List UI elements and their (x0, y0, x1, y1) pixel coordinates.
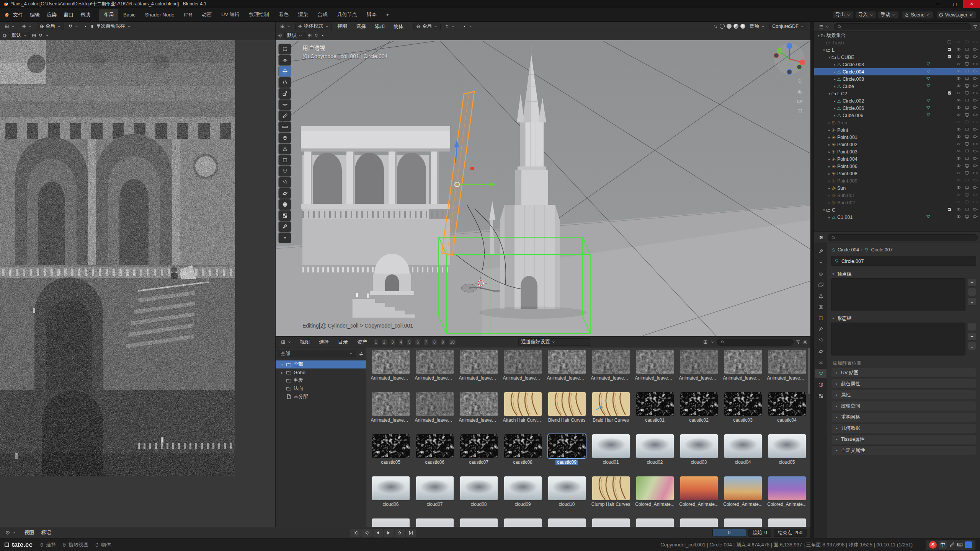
properties-tab-particles[interactable] (815, 336, 826, 345)
asset-cloud05[interactable]: cloud05 (765, 432, 809, 474)
quick-button-0[interactable]: 导出 (833, 11, 854, 19)
hide-toggle[interactable] (956, 40, 961, 44)
page-button-4[interactable]: 4 (399, 339, 404, 345)
left-preset-dropdown[interactable]: 默认 (9, 32, 30, 39)
asset-cloud07[interactable]: cloud07 (413, 474, 457, 517)
viewport-menu-view[interactable]: 视图 (334, 22, 351, 31)
outliner-row-L CUBE[interactable]: ▾L CUBE (814, 54, 980, 61)
frame-start-field[interactable]: 起始 0 (748, 529, 771, 537)
catalog-dropdown[interactable]: 全部 (278, 350, 356, 357)
camera-view-icon[interactable] (797, 98, 803, 104)
scene-selector[interactable]: Scene (902, 11, 933, 19)
outliner-row-Point.001[interactable]: ▸Point.001 (814, 134, 980, 141)
asset-cloud08[interactable]: cloud08 (457, 474, 501, 517)
panel-3[interactable]: ▸纹理空间 (831, 401, 976, 411)
close-icon[interactable] (926, 13, 931, 17)
asset-Colored_Animate...[interactable]: Colored_Animate... (633, 474, 677, 517)
outliner-row-Point.002[interactable]: ▸Point.002 (814, 141, 980, 148)
outliner-search-input[interactable] (834, 23, 971, 30)
workspace-tab-4[interactable]: 动画 (197, 9, 216, 21)
render-disable-toggle[interactable] (973, 185, 978, 190)
hide-toggle[interactable] (956, 112, 961, 117)
quick-button-2[interactable]: 手动 (878, 11, 899, 19)
data-name-field[interactable]: Circle.007 (831, 256, 976, 266)
hide-toggle[interactable] (956, 54, 961, 59)
asset-cloud01[interactable]: cloud01 (589, 432, 633, 474)
hide-toggle[interactable] (956, 127, 961, 132)
quick-button-1[interactable]: 导入 (855, 11, 876, 19)
options-dropdown[interactable]: 选项 (747, 23, 768, 30)
left-snap-button[interactable] (66, 23, 81, 30)
viewport-disable-toggle[interactable] (965, 69, 969, 73)
remove-button[interactable]: − (968, 332, 976, 341)
menu-window[interactable]: 窗口 (60, 10, 77, 20)
jump-to-end-button[interactable] (406, 529, 416, 537)
panel-header[interactable]: ▾形态键 (831, 314, 976, 323)
hide-toggle[interactable] (956, 83, 961, 88)
asset-caustic08[interactable]: caustic08 (501, 432, 545, 474)
asset-Braid Hair Curves[interactable]: Braid Hair Curves (589, 390, 633, 432)
navigation-gizmo[interactable] (773, 42, 806, 75)
render-disable-toggle[interactable] (973, 83, 978, 88)
menu-file[interactable]: 文件 (10, 10, 26, 20)
viewport-disable-toggle[interactable] (965, 40, 969, 44)
conjuresdf-dropdown[interactable]: ConjureSDF (769, 23, 807, 30)
preset-dropdown[interactable]: 默认 (284, 32, 305, 39)
properties-tab-world[interactable] (815, 302, 826, 311)
timeline-menu-view[interactable]: 视图 (21, 528, 38, 537)
asset-Animated_leaves09[interactable]: Animated_leaves09 (721, 348, 765, 390)
hide-toggle[interactable] (956, 76, 961, 81)
asset-Animated_leaves06[interactable]: Animated_leaves06 (589, 348, 633, 390)
shading-solid-button[interactable] (727, 24, 732, 29)
properties-tab-object-data[interactable] (815, 369, 826, 378)
current-frame-field[interactable]: 0 (712, 529, 746, 537)
viewport-menu-add[interactable]: 添加 (371, 22, 388, 31)
page-button-9[interactable]: 9 (440, 339, 446, 345)
workspace-tab-9[interactable]: 合成 (313, 9, 332, 21)
panel-6[interactable]: ▸Tissue属性 (831, 434, 976, 444)
expand-toggle[interactable]: ▸ (827, 194, 831, 197)
catalog-3[interactable]: 法向 (276, 385, 366, 393)
hide-toggle[interactable] (956, 192, 961, 197)
expand-toggle[interactable]: ▸ (827, 215, 831, 219)
tool-rotate[interactable] (279, 77, 291, 88)
viewport-disable-toggle[interactable] (965, 105, 969, 110)
asset-menu-select[interactable]: 选择 (315, 337, 332, 347)
asset-Blend Hair Curves[interactable]: Blend Hair Curves (545, 390, 589, 432)
snap-button[interactable] (443, 23, 458, 30)
viewlayer-selector[interactable]: ViewLayer (936, 11, 976, 19)
hide-toggle[interactable] (956, 171, 961, 175)
hide-toggle[interactable] (956, 178, 961, 183)
asset-Animated_leaves04[interactable]: Animated_leaves04 (501, 348, 545, 390)
viewport-disable-toggle[interactable] (965, 156, 969, 161)
viewport-disable-toggle[interactable] (965, 134, 969, 139)
tool-tool-14[interactable] (279, 188, 291, 199)
workspace-tab-1[interactable]: Basic (119, 10, 140, 20)
viewport-disable-toggle[interactable] (965, 149, 969, 153)
render-disable-toggle[interactable] (973, 120, 978, 124)
render-disable-toggle[interactable] (973, 112, 978, 117)
asset-caustic09[interactable]: caustic09 (545, 432, 589, 474)
specials-button[interactable]: ⌄ (968, 342, 976, 350)
properties-tab-tool[interactable] (815, 247, 826, 256)
asset-Animated_leaves08[interactable]: Animated_leaves08 (677, 348, 721, 390)
outliner-row-L[interactable]: ▾L (814, 46, 980, 54)
hide-toggle[interactable] (956, 207, 961, 212)
asset-partial-45[interactable] (589, 517, 633, 527)
asset-Animated_leaves03[interactable]: Animated_leaves03 (457, 348, 501, 390)
expand-toggle[interactable]: ▾ (827, 92, 831, 96)
viewport-disable-toggle[interactable] (965, 171, 969, 175)
viewport-disable-toggle[interactable] (965, 178, 969, 183)
workspace-tab-11[interactable]: 脚本 (362, 9, 381, 21)
outliner-row-Point.004[interactable]: ▸Point.004 (814, 155, 980, 163)
hide-toggle[interactable] (956, 142, 961, 146)
render-disable-toggle[interactable] (973, 142, 978, 146)
viewport-disable-toggle[interactable] (965, 207, 969, 212)
minimize-button[interactable]: ─ (929, 0, 946, 8)
asset-Animated_leaves07[interactable]: Animated_leaves07 (633, 348, 677, 390)
hide-toggle[interactable] (956, 105, 961, 110)
render-disable-toggle[interactable] (973, 40, 978, 44)
tool-scale[interactable] (279, 88, 291, 99)
asset-caustic01[interactable]: caustic01 (633, 390, 677, 432)
asset-Attach Hair Curve...[interactable]: Attach Hair Curve... (501, 390, 545, 432)
